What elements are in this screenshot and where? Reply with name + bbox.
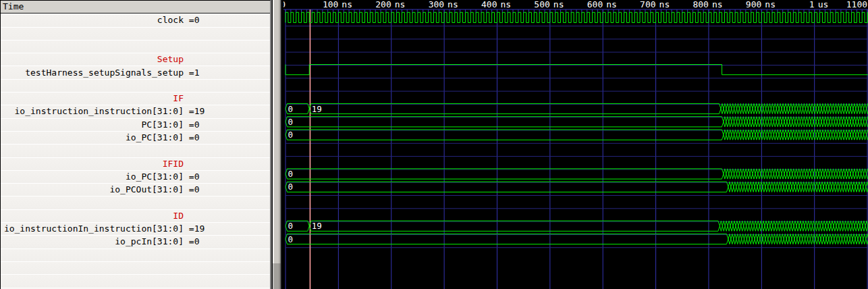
time-label-unit: ns <box>553 0 564 9</box>
signal-row[interactable]: clock =0 <box>1 14 271 26</box>
time-label-unit: ns <box>447 0 458 9</box>
waveform-viewer-window: Time clock =0SetuptestHarness_setupSigna… <box>0 0 868 289</box>
signal-name: io_PC[31:0] <box>1 170 184 183</box>
signal-value: =19 <box>184 106 205 116</box>
signal-value: =0 <box>184 172 199 182</box>
bus-value-label: 0 <box>288 169 294 179</box>
wave-display-area[interactable]: 019000001900100ns200ns300ns400ns500ns600… <box>283 0 868 289</box>
bus-value-label: 19 <box>312 104 322 114</box>
bus-value-label: 0 <box>288 182 294 192</box>
time-label: 100 <box>323 0 338 9</box>
time-label: 1 <box>809 0 815 9</box>
signal-value: =0 <box>184 184 199 194</box>
time-label-unit: ns <box>659 0 670 9</box>
bus-value-label: 0 <box>288 221 294 231</box>
time-label: 200 <box>375 0 391 9</box>
time-header: Time <box>1 1 270 14</box>
bus-value-label: 0 <box>288 104 294 114</box>
group-label-row[interactable]: ID <box>1 209 271 222</box>
signal-name: io_pcIn[31:0] <box>1 235 184 248</box>
signal-value: =0 <box>184 236 199 246</box>
time-label-unit: ns <box>712 0 723 9</box>
signal-row[interactable]: io_PCOut[31:0] =0 <box>1 183 271 196</box>
waveform-canvas[interactable]: 019000001900100ns200ns300ns400ns500ns600… <box>283 0 868 289</box>
signal-row[interactable]: PC[31:0] =0 <box>1 118 271 131</box>
time-label-unit: ns <box>500 0 511 9</box>
time-label: 400 <box>481 0 497 9</box>
signal-row[interactable]: io_instructionIn_instruction[31:0] =19 <box>1 222 271 235</box>
time-label-unit: ns <box>342 0 352 9</box>
time-label-unit: ns <box>606 0 617 9</box>
group-label: IF <box>1 92 184 105</box>
time-label: 900 <box>746 0 761 9</box>
time-label: 600 <box>587 0 603 9</box>
signal-row[interactable]: testHarness_setupSignals_setup =1 <box>1 66 271 79</box>
signal-value: =0 <box>184 132 199 142</box>
time-label: 1100 <box>846 0 867 9</box>
signal-value: =0 <box>184 15 199 25</box>
time-label: 800 <box>693 0 708 9</box>
time-label-unit: ns <box>395 0 406 9</box>
group-label: ID <box>1 209 184 222</box>
signal-name: io_PC[31:0] <box>1 131 184 144</box>
signal-row[interactable]: io_instruction_instruction[31:0] =19 <box>1 105 271 117</box>
group-label-row[interactable]: Setup <box>1 53 271 65</box>
wave-background <box>283 0 868 289</box>
signal-name: clock <box>1 14 184 26</box>
signal-name: testHarness_setupSignals_setup <box>1 66 184 79</box>
signal-name: io_instruction_instruction[31:0] <box>1 105 184 117</box>
group-label: IFID <box>1 157 184 170</box>
signal-name-panel[interactable]: Time clock =0SetuptestHarness_setupSigna… <box>0 0 271 289</box>
bus-value-label: 0 <box>288 117 294 127</box>
time-label: 700 <box>640 0 655 9</box>
group-label-row[interactable]: IFID <box>1 157 271 170</box>
time-label: 300 <box>429 0 444 9</box>
signal-name: io_instructionIn_instruction[31:0] <box>1 222 184 235</box>
signal-name: PC[31:0] <box>1 118 184 131</box>
signal-row[interactable]: io_pcIn[31:0] =0 <box>1 235 271 248</box>
group-label-row[interactable]: IF <box>1 92 271 105</box>
time-label-unit: ns <box>765 0 776 9</box>
vertical-scrollbar[interactable] <box>271 0 283 289</box>
signal-value: =19 <box>184 224 205 234</box>
time-label: 0 <box>283 0 286 9</box>
bus-value-label: 0 <box>288 234 294 244</box>
time-label-unit: us <box>818 0 829 9</box>
group-label: Setup <box>1 53 184 65</box>
scrollbar-trough[interactable] <box>273 263 281 289</box>
signal-row[interactable]: io_PC[31:0] =0 <box>1 170 271 183</box>
signal-row[interactable]: io_PC[31:0] =0 <box>1 131 271 144</box>
signal-value: =0 <box>184 120 199 130</box>
time-label: 500 <box>534 0 549 9</box>
signal-value: =1 <box>184 68 199 78</box>
signal-name: io_PCOut[31:0] <box>1 183 184 196</box>
bus-value-label: 0 <box>288 130 294 140</box>
bus-value-label: 19 <box>312 221 322 231</box>
